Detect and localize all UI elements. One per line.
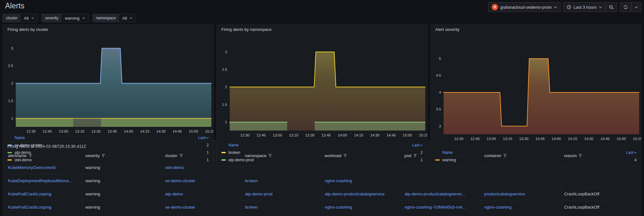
cell-workload[interactable]: nginx-crashing (322, 201, 402, 214)
time-series-chart[interactable]: 33.544.5512:3012:4513:0013:1513:3013:451… (431, 33, 641, 150)
x-axis-tick-label: 14:30 (370, 133, 380, 137)
time-range-button[interactable]: Last 3 hours (563, 2, 605, 12)
x-axis-tick-label: 14:30 (156, 129, 166, 133)
cell-reason: CrashLoopBackOff (561, 187, 641, 201)
variable-severity-value[interactable]: warning (62, 14, 88, 22)
clock-icon (567, 5, 571, 9)
variable-cluster-value[interactable]: All (21, 14, 37, 22)
cell-alertname[interactable]: KubeDeploymentReplicasMisma... (3, 174, 83, 187)
legend-item-warning[interactable]: warning4 (435, 156, 637, 164)
legend-last-header[interactable]: Last (198, 136, 209, 140)
refresh-button[interactable] (620, 2, 631, 12)
x-axis-tick-label: 15:15 (633, 137, 641, 141)
x-axis-tick-label: 13:00 (273, 133, 282, 137)
legend-last-value: 2 (207, 143, 209, 147)
variables-bar: cluster All severity warning namespace A… (0, 12, 644, 23)
toolbar: grafanacloud-sedemo-prom Last 3 hours (488, 2, 641, 12)
datasource-label: grafanacloud-sedemo-prom (500, 5, 552, 10)
series-color-swatch (7, 159, 12, 161)
legend-item-atp-demo[interactable]: atp-demo1 (7, 149, 209, 156)
x-axis-tick-label: 13:45 (535, 137, 545, 141)
table-row: KubePodCrashLoopingwarningatp-demoatp-de… (3, 187, 641, 201)
legend-name-header[interactable]: Name (228, 143, 239, 147)
filter-funnel-icon (503, 154, 507, 157)
x-axis-tick-label: 12:45 (256, 133, 266, 137)
refresh-group (620, 2, 641, 12)
cell-alertname[interactable]: KubePodCrashLooping (3, 201, 83, 214)
y-axis-tick-label: 2.5 (222, 68, 227, 71)
y-axis-tick-label: 5 (439, 57, 441, 61)
cell-cluster[interactable]: se-demo-cluster (162, 201, 242, 214)
x-axis-tick-label: 13:30 (305, 133, 314, 137)
cell-namespace[interactable]: broken (242, 174, 322, 187)
legend-series-name[interactable]: atp-demo (14, 150, 207, 155)
cell-namespace[interactable]: atp-demo-prod (242, 187, 322, 201)
x-axis-tick-label: 13:00 (59, 129, 68, 133)
x-axis-tick-label: 12:45 (43, 129, 52, 133)
panel-title: Alert severity (431, 25, 641, 33)
chevron-down-icon (31, 17, 34, 19)
legend-series-name[interactable]: warning (442, 158, 634, 162)
y-axis-tick-label: 4 (439, 90, 441, 94)
variable-namespace-value[interactable]: All (119, 14, 136, 22)
legend-series-name[interactable]: otel-demo (14, 158, 207, 162)
area-fill-se-demo-cluster (16, 48, 211, 127)
legend-item-otel-demo[interactable]: otel-demo1 (7, 156, 209, 164)
time-series-chart[interactable]: 11.522.5312:3012:4513:0013:1513:3013:451… (217, 33, 427, 143)
cell-pod[interactable]: atp-demo-productcatalogservic... (402, 187, 482, 201)
legend-last-header[interactable]: Last (412, 143, 423, 147)
y-axis-tick-label: 1 (11, 117, 13, 120)
time-series-chart[interactable]: 11.522.5312:3012:4513:0013:1513:3013:451… (3, 33, 213, 135)
cell-cluster[interactable]: se-demo-cluster (162, 174, 242, 187)
datasource-picker[interactable]: grafanacloud-sedemo-prom (488, 2, 561, 12)
cell-container[interactable]: productcatalogservice (482, 187, 562, 201)
refresh-icon (623, 5, 628, 9)
page-title: Alerts (5, 2, 24, 10)
legend-name-header[interactable]: Name (14, 136, 25, 140)
refresh-interval-button[interactable] (631, 2, 641, 12)
x-axis-tick-label: 14:00 (124, 129, 133, 133)
x-axis-tick-label: 14:15 (354, 133, 363, 137)
chart-legend: NameLastse-demo-cluster2atp-demo1otel-de… (3, 135, 213, 166)
cell-pod[interactable]: nginx-crashing-7cf64645cb-m4... (402, 201, 482, 214)
x-axis-tick-label: 14:00 (338, 133, 347, 137)
cell-reason: CrashLoopBackOff (561, 201, 641, 214)
time-picker-group: Last 3 hours (563, 2, 617, 12)
table-row: KubePodCrashLoopingwarningse-demo-cluste… (3, 201, 641, 214)
filter-funnel-icon (268, 154, 272, 157)
top-bar: Alerts grafanacloud-sedemo-prom Last 3 h… (0, 0, 644, 12)
cell-cluster[interactable]: atp-demo (162, 187, 242, 201)
cell-workload[interactable]: atp-demo-productcatalogservice (322, 187, 402, 201)
legend-name-header[interactable]: Name (442, 150, 453, 155)
x-axis-tick-label: 12:30 (454, 137, 464, 141)
filter-funnel-icon (413, 154, 417, 157)
area-fill-otel-demo (16, 118, 211, 127)
y-axis-tick-label: 3 (225, 50, 227, 54)
x-axis-tick-label: 13:15 (75, 129, 84, 133)
cell-container[interactable]: nginx-crashing (482, 201, 562, 214)
cell-severity: warning (83, 174, 163, 187)
x-axis-tick-label: 14:45 (173, 129, 182, 133)
x-axis-tick-label: 15:00 (403, 133, 412, 137)
legend-series-name[interactable]: atp-demo-prod (228, 158, 420, 162)
x-axis-tick-label: 13:30 (519, 137, 528, 141)
dashboard-row-charts: Firing alerts by cluster 11.522.5312:301… (3, 24, 641, 138)
cell-alertname[interactable]: KubePodCrashLooping (3, 187, 83, 201)
chevron-down-icon (130, 17, 132, 19)
x-axis-tick-label: 12:30 (26, 129, 36, 133)
legend-last-value: 1 (207, 158, 209, 162)
cell-namespace[interactable]: broken (242, 201, 322, 214)
y-axis-tick-label: 2.5 (8, 64, 13, 68)
cell-severity: warning (83, 187, 163, 201)
legend-last-value: 1 (207, 150, 209, 155)
y-axis-tick-label: 3 (11, 46, 13, 50)
zoom-out-button[interactable] (605, 2, 617, 12)
legend-last-header[interactable]: Last (626, 150, 637, 155)
x-axis-tick-label: 14:15 (140, 129, 149, 133)
x-axis-tick-label: 12:30 (240, 133, 250, 137)
x-axis-tick-label: 13:00 (487, 137, 496, 141)
area-fill-atp-demo-prod (230, 122, 287, 130)
legend-last-value: 2 (420, 150, 423, 155)
chevron-down-icon (599, 6, 602, 8)
cell-workload[interactable]: nginx-crashing (322, 174, 402, 187)
